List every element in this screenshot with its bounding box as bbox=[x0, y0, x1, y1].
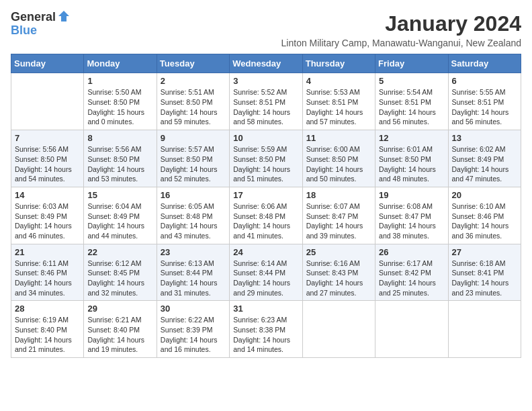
day-header-monday: Monday bbox=[84, 54, 157, 73]
day-header-wednesday: Wednesday bbox=[230, 54, 302, 73]
calendar-cell: 5Sunrise: 5:54 AMSunset: 8:51 PMDaylight… bbox=[375, 73, 448, 130]
day-number: 20 bbox=[452, 190, 517, 200]
day-info: Sunrise: 5:55 AMSunset: 8:51 PMDaylight:… bbox=[452, 87, 517, 127]
day-number: 21 bbox=[15, 247, 80, 257]
calendar-cell: 20Sunrise: 6:10 AMSunset: 8:46 PMDayligh… bbox=[448, 187, 521, 244]
day-number: 30 bbox=[161, 304, 226, 314]
day-info: Sunrise: 6:21 AMSunset: 8:40 PMDaylight:… bbox=[87, 315, 152, 355]
day-number: 12 bbox=[379, 133, 444, 143]
week-row-5: 28Sunrise: 6:19 AMSunset: 8:40 PMDayligh… bbox=[11, 301, 521, 358]
day-number: 28 bbox=[15, 304, 80, 314]
page-header: General Blue January 2024 Linton Militar… bbox=[11, 11, 521, 48]
logo-blue: Blue bbox=[11, 24, 71, 38]
calendar-cell: 23Sunrise: 6:13 AMSunset: 8:44 PMDayligh… bbox=[157, 244, 229, 301]
day-number: 22 bbox=[87, 247, 152, 257]
calendar-cell: 28Sunrise: 6:19 AMSunset: 8:40 PMDayligh… bbox=[11, 301, 84, 358]
day-info: Sunrise: 5:54 AMSunset: 8:51 PMDaylight:… bbox=[379, 87, 444, 127]
day-info: Sunrise: 6:11 AMSunset: 8:46 PMDaylight:… bbox=[15, 259, 80, 298]
day-info: Sunrise: 6:04 AMSunset: 8:49 PMDaylight:… bbox=[87, 201, 152, 241]
day-number: 14 bbox=[15, 190, 80, 200]
day-number: 8 bbox=[87, 133, 152, 143]
day-info: Sunrise: 6:05 AMSunset: 8:48 PMDaylight:… bbox=[161, 201, 226, 241]
day-info: Sunrise: 5:50 AMSunset: 8:50 PMDaylight:… bbox=[87, 87, 152, 127]
day-number: 17 bbox=[233, 190, 298, 200]
day-header-thursday: Thursday bbox=[302, 54, 375, 73]
calendar-cell: 12Sunrise: 6:01 AMSunset: 8:50 PMDayligh… bbox=[375, 130, 448, 187]
calendar-cell: 2Sunrise: 5:51 AMSunset: 8:50 PMDaylight… bbox=[157, 73, 229, 130]
day-info: Sunrise: 6:23 AMSunset: 8:38 PMDaylight:… bbox=[233, 315, 298, 355]
calendar-cell: 29Sunrise: 6:21 AMSunset: 8:40 PMDayligh… bbox=[84, 301, 157, 358]
day-header-tuesday: Tuesday bbox=[157, 54, 229, 73]
day-number: 1 bbox=[87, 76, 152, 86]
day-number: 24 bbox=[233, 247, 298, 257]
day-header-friday: Friday bbox=[375, 54, 448, 73]
calendar-cell bbox=[302, 301, 375, 358]
calendar-cell: 17Sunrise: 6:06 AMSunset: 8:48 PMDayligh… bbox=[230, 187, 302, 244]
day-info: Sunrise: 5:56 AMSunset: 8:50 PMDaylight:… bbox=[87, 144, 152, 184]
calendar-cell: 30Sunrise: 6:22 AMSunset: 8:39 PMDayligh… bbox=[157, 301, 229, 358]
day-number: 4 bbox=[306, 76, 371, 86]
calendar-cell: 24Sunrise: 6:14 AMSunset: 8:44 PMDayligh… bbox=[230, 244, 302, 301]
day-number: 2 bbox=[161, 76, 226, 86]
title-section: January 2024 Linton Military Camp, Manaw… bbox=[281, 11, 521, 48]
calendar-cell: 1Sunrise: 5:50 AMSunset: 8:50 PMDaylight… bbox=[84, 73, 157, 130]
calendar-cell: 31Sunrise: 6:23 AMSunset: 8:38 PMDayligh… bbox=[230, 301, 302, 358]
calendar-header: SundayMondayTuesdayWednesdayThursdayFrid… bbox=[11, 54, 521, 73]
calendar-cell: 6Sunrise: 5:55 AMSunset: 8:51 PMDaylight… bbox=[448, 73, 521, 130]
day-info: Sunrise: 5:51 AMSunset: 8:50 PMDaylight:… bbox=[161, 87, 226, 127]
day-info: Sunrise: 5:59 AMSunset: 8:50 PMDaylight:… bbox=[233, 144, 298, 184]
calendar-body: 1Sunrise: 5:50 AMSunset: 8:50 PMDaylight… bbox=[11, 73, 521, 358]
logo: General Blue bbox=[11, 11, 71, 38]
day-info: Sunrise: 6:07 AMSunset: 8:47 PMDaylight:… bbox=[306, 201, 371, 241]
calendar-cell: 18Sunrise: 6:07 AMSunset: 8:47 PMDayligh… bbox=[302, 187, 375, 244]
day-number: 26 bbox=[379, 247, 444, 257]
location-subtitle: Linton Military Camp, Manawatu-Wanganui,… bbox=[281, 38, 521, 48]
calendar-cell: 19Sunrise: 6:08 AMSunset: 8:47 PMDayligh… bbox=[375, 187, 448, 244]
day-info: Sunrise: 6:03 AMSunset: 8:49 PMDaylight:… bbox=[15, 201, 80, 241]
day-number: 5 bbox=[379, 76, 444, 86]
day-number: 13 bbox=[452, 133, 517, 143]
day-header-saturday: Saturday bbox=[448, 54, 521, 73]
logo-icon bbox=[57, 9, 71, 23]
day-info: Sunrise: 6:18 AMSunset: 8:41 PMDaylight:… bbox=[452, 259, 517, 298]
day-info: Sunrise: 6:02 AMSunset: 8:49 PMDaylight:… bbox=[452, 144, 517, 184]
day-info: Sunrise: 6:16 AMSunset: 8:43 PMDaylight:… bbox=[306, 259, 371, 298]
day-info: Sunrise: 6:22 AMSunset: 8:39 PMDaylight:… bbox=[161, 315, 226, 355]
day-number: 7 bbox=[15, 133, 80, 143]
day-number: 27 bbox=[452, 247, 517, 257]
calendar-cell: 8Sunrise: 5:56 AMSunset: 8:50 PMDaylight… bbox=[84, 130, 157, 187]
day-info: Sunrise: 6:19 AMSunset: 8:40 PMDaylight:… bbox=[15, 315, 80, 355]
calendar-cell: 21Sunrise: 6:11 AMSunset: 8:46 PMDayligh… bbox=[11, 244, 84, 301]
day-number: 29 bbox=[87, 304, 152, 314]
day-info: Sunrise: 6:17 AMSunset: 8:42 PMDaylight:… bbox=[379, 259, 444, 298]
day-number: 18 bbox=[306, 190, 371, 200]
week-row-4: 21Sunrise: 6:11 AMSunset: 8:46 PMDayligh… bbox=[11, 244, 521, 301]
calendar-cell: 14Sunrise: 6:03 AMSunset: 8:49 PMDayligh… bbox=[11, 187, 84, 244]
calendar-cell: 16Sunrise: 6:05 AMSunset: 8:48 PMDayligh… bbox=[157, 187, 229, 244]
day-info: Sunrise: 6:08 AMSunset: 8:47 PMDaylight:… bbox=[379, 201, 444, 241]
day-number: 31 bbox=[233, 304, 298, 314]
week-row-3: 14Sunrise: 6:03 AMSunset: 8:49 PMDayligh… bbox=[11, 187, 521, 244]
svg-marker-0 bbox=[58, 11, 69, 21]
day-info: Sunrise: 6:00 AMSunset: 8:50 PMDaylight:… bbox=[306, 144, 371, 184]
day-number: 6 bbox=[452, 76, 517, 86]
day-info: Sunrise: 6:14 AMSunset: 8:44 PMDaylight:… bbox=[233, 259, 298, 298]
day-info: Sunrise: 6:10 AMSunset: 8:46 PMDaylight:… bbox=[452, 201, 517, 241]
day-number: 19 bbox=[379, 190, 444, 200]
calendar-cell: 3Sunrise: 5:52 AMSunset: 8:51 PMDaylight… bbox=[230, 73, 302, 130]
day-number: 10 bbox=[233, 133, 298, 143]
week-row-1: 1Sunrise: 5:50 AMSunset: 8:50 PMDaylight… bbox=[11, 73, 521, 130]
month-year-title: January 2024 bbox=[281, 11, 521, 36]
day-number: 16 bbox=[161, 190, 226, 200]
day-info: Sunrise: 5:56 AMSunset: 8:50 PMDaylight:… bbox=[15, 144, 80, 184]
day-info: Sunrise: 6:13 AMSunset: 8:44 PMDaylight:… bbox=[161, 259, 226, 298]
day-number: 9 bbox=[161, 133, 226, 143]
calendar-cell bbox=[448, 301, 521, 358]
calendar-cell: 10Sunrise: 5:59 AMSunset: 8:50 PMDayligh… bbox=[230, 130, 302, 187]
calendar-cell: 9Sunrise: 5:57 AMSunset: 8:50 PMDaylight… bbox=[157, 130, 229, 187]
calendar-cell: 26Sunrise: 6:17 AMSunset: 8:42 PMDayligh… bbox=[375, 244, 448, 301]
calendar-cell: 15Sunrise: 6:04 AMSunset: 8:49 PMDayligh… bbox=[84, 187, 157, 244]
day-info: Sunrise: 5:53 AMSunset: 8:51 PMDaylight:… bbox=[306, 87, 371, 127]
calendar-cell: 22Sunrise: 6:12 AMSunset: 8:45 PMDayligh… bbox=[84, 244, 157, 301]
day-info: Sunrise: 5:52 AMSunset: 8:51 PMDaylight:… bbox=[233, 87, 298, 127]
